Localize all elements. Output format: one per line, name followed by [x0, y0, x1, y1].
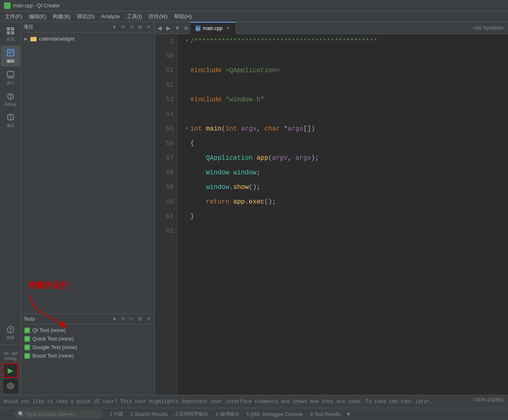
design-icon	[6, 70, 15, 79]
test-item-boost[interactable]: ✓ Boost Test (none)	[24, 351, 152, 360]
cpp-file-icon: C++	[196, 26, 200, 31]
project-tree: ▶ calendarwidget	[21, 32, 155, 313]
menu-edit[interactable]: 编辑(E)	[26, 12, 50, 21]
test-list: ✓ Qt Test (none) ✓ Quick Test (none) ✓ G…	[21, 324, 155, 395]
status-tab-search[interactable]: 2 Search Results	[127, 408, 171, 420]
project-icon	[6, 112, 15, 122]
watermark: CSDN @花褪云	[473, 397, 505, 403]
status-tabs: 1 问题 2 Search Results 3 应用程序输出 4 编译输出 5 …	[106, 408, 352, 420]
test-label-qt: Qt Test (none)	[32, 327, 66, 333]
build-run-section: cal···get Debug ▶	[0, 344, 21, 395]
fold-1[interactable]: ▼	[184, 38, 190, 45]
svg-text:?: ?	[9, 327, 12, 333]
test-label-google: Google Test (none)	[32, 344, 77, 350]
line-num-59: 59	[158, 180, 174, 195]
tab-nav-right[interactable]: ▶	[164, 22, 173, 34]
tab-nav-down[interactable]: ▼	[173, 22, 182, 34]
run-icon: ▶	[8, 366, 13, 375]
project-pin-btn[interactable]: ⊡	[128, 24, 135, 31]
menu-file[interactable]: 文件(F)	[2, 12, 26, 21]
sidebar-item-help[interactable]: ? 帮助	[1, 322, 20, 343]
status-tabs-dropdown[interactable]: ▼	[345, 408, 352, 420]
menu-build[interactable]: 构建(B)	[50, 12, 73, 21]
line-num-51: 51	[158, 63, 174, 78]
test-checkbox-google[interactable]: ✓	[24, 345, 30, 350]
project-split-btn[interactable]: ⊞	[136, 24, 144, 31]
menu-controls[interactable]: 控件(W)	[145, 12, 171, 21]
no-symbols-dropdown[interactable]: <No Symbols>	[473, 25, 505, 31]
tab-label-main-cpp: main.cpp	[203, 26, 223, 31]
menu-debug[interactable]: 调试(D)	[73, 12, 98, 21]
code-line-60: return app.exec();	[184, 195, 502, 209]
tab-close-main-cpp[interactable]: ✕	[225, 26, 231, 31]
menu-help[interactable]: 帮助(H)	[171, 12, 195, 21]
window-title: main.cpp - Qt Creator	[13, 3, 60, 9]
tests-refresh-btn[interactable]: ⟳	[119, 315, 127, 323]
project-close-btn[interactable]: ✕	[145, 24, 152, 31]
sidebar-item-project[interactable]: 项目	[1, 110, 20, 131]
tab-bar: ◀ ▶ ▼ ⊕ C++ main.cpp ✕ <No Symbols>	[155, 22, 508, 34]
left-panel: 项目 ▼ ⟳ ⊡ ⊞ ✕ ▶	[21, 22, 155, 395]
code-content[interactable]: ▼ /*************************************…	[177, 34, 508, 395]
project-sync-btn[interactable]: ⟳	[119, 24, 127, 31]
tests-filter-btn[interactable]: ▼	[111, 315, 118, 323]
svg-rect-3	[11, 31, 14, 34]
fold-55[interactable]: ▼	[184, 126, 190, 132]
project-tree-root[interactable]: ▶ calendarwidget	[23, 34, 153, 43]
app-icon	[4, 2, 11, 9]
code-line-62	[184, 224, 502, 238]
status-tab-qml[interactable]: 5 QML Debugger Console	[243, 408, 306, 420]
sidebar-item-edit[interactable]: 编辑	[1, 45, 20, 66]
svg-point-12	[10, 94, 11, 96]
code-line-57: QApplication app(argv, args);	[184, 151, 502, 165]
status-tab-issues[interactable]: 1 问题	[106, 408, 127, 420]
status-tab-compile[interactable]: 4 编译输出	[212, 408, 242, 420]
status-tab-test-results[interactable]: 8 Test Results	[307, 408, 344, 420]
line-num-1: 1	[158, 34, 174, 49]
tab-main-cpp[interactable]: C++ main.cpp ✕	[191, 22, 236, 34]
svg-rect-1	[11, 27, 14, 30]
test-item-quick[interactable]: ✓ Quick Test (none)	[24, 334, 152, 343]
code-editor[interactable]: 1 50 51 52 53 54 55 56 57 58 59 60 61 62	[155, 34, 508, 395]
sidebar-item-welcome[interactable]: 欢迎	[1, 24, 20, 45]
run-button[interactable]: ▶	[3, 363, 18, 378]
project-folder-icon	[30, 35, 37, 42]
menu-bar: 文件(F) 编辑(E) 构建(B) 调试(D) Analyze 工具(I) 控件…	[0, 11, 508, 22]
tests-close-btn[interactable]: ✕	[145, 315, 152, 323]
tests-panel: Tests ▼ ⟳ ▷ ⊞ ✕ ✓ Qt Test (none)	[21, 314, 155, 395]
build-config-label: Debug	[4, 356, 16, 361]
menu-tools[interactable]: 工具(I)	[123, 12, 145, 21]
svg-rect-4	[7, 49, 14, 56]
fold-50	[184, 53, 190, 59]
app-window: main.cpp - Qt Creator 文件(F) 编辑(E) 构建(B) …	[0, 0, 508, 420]
test-checkbox-boost[interactable]: ✓	[24, 353, 30, 359]
menu-analyze[interactable]: Analyze	[98, 13, 123, 20]
search-input[interactable]	[26, 411, 99, 417]
project-name: calendarwidget	[39, 36, 74, 42]
test-item-google[interactable]: ✓ Google Test (none)	[24, 343, 152, 351]
test-item-qt[interactable]: ✓ Qt Test (none)	[24, 326, 152, 334]
tests-panel-title: Tests	[24, 316, 111, 322]
svg-rect-2	[7, 31, 10, 34]
test-checkbox-qt[interactable]: ✓	[24, 328, 30, 333]
code-line-54	[184, 107, 502, 122]
code-line-53: #include "window.h"	[184, 92, 502, 107]
project-filter-btn[interactable]: ▼	[111, 24, 118, 31]
tab-nav-left[interactable]: ◀	[155, 22, 164, 34]
sidebar-item-debug[interactable]: Debug	[1, 89, 20, 109]
test-checkbox-quick[interactable]: ✓	[24, 336, 30, 342]
line-num-53: 53	[158, 92, 174, 107]
line-num-54: 54	[158, 107, 174, 122]
tab-open-btn[interactable]: ⊕	[182, 22, 191, 34]
help-icon: ?	[6, 325, 15, 334]
search-bar[interactable]: 🔍	[14, 410, 103, 419]
code-line-50	[184, 49, 502, 63]
code-line-1: ▼ /*************************************…	[184, 34, 502, 49]
build-target-label: cal···get	[3, 351, 17, 356]
status-tab-app-output[interactable]: 3 应用程序输出	[172, 408, 211, 420]
sidebar-item-design[interactable]: 设计	[1, 67, 20, 88]
tests-split-btn[interactable]: ⊞	[136, 315, 144, 323]
status-bar-icons	[0, 411, 12, 418]
stop-button[interactable]	[3, 379, 18, 393]
tests-run-btn[interactable]: ▷	[128, 315, 135, 323]
